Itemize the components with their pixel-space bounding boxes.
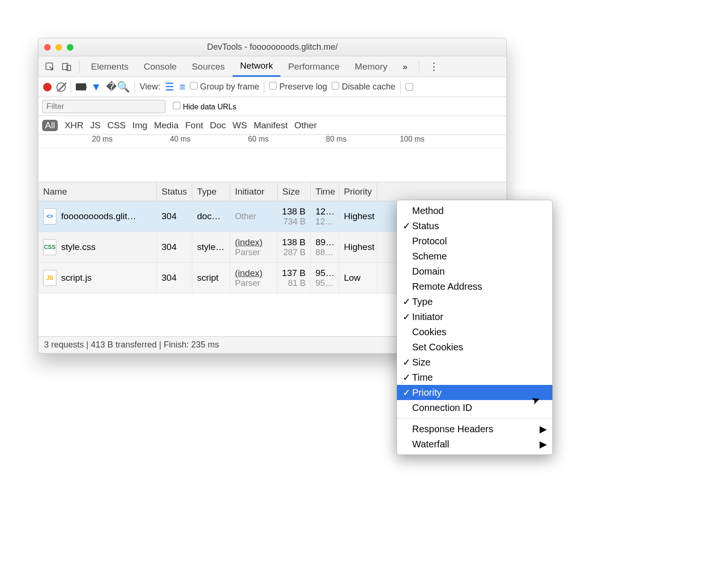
tab-sources[interactable]: Sources bbox=[184, 56, 233, 77]
tab-performance[interactable]: Performance bbox=[280, 56, 347, 77]
col-status[interactable]: Status bbox=[157, 182, 192, 201]
table-header[interactable]: NameStatusTypeInitiatorSizeTimePriority bbox=[38, 182, 506, 201]
separator bbox=[79, 61, 80, 73]
large-rows-icon[interactable]: ☰ bbox=[165, 81, 174, 93]
request-name: style.css bbox=[61, 242, 96, 252]
inspect-icon[interactable] bbox=[43, 60, 56, 73]
col-size[interactable]: Size bbox=[278, 182, 311, 201]
menu-item-cookies[interactable]: Cookies bbox=[397, 324, 552, 339]
panel-tabs: ElementsConsoleSourcesNetworkPerformance… bbox=[38, 56, 506, 77]
view-label: View: bbox=[140, 82, 161, 92]
menu-item-protocol[interactable]: Protocol bbox=[397, 233, 552, 249]
col-priority[interactable]: Priority bbox=[339, 182, 377, 201]
groupbyframe-checkbox[interactable]: Group by frame bbox=[190, 82, 259, 92]
filter-cat-font[interactable]: Font bbox=[185, 120, 203, 131]
menu-item-status[interactable]: ✓Status bbox=[397, 218, 552, 233]
column-context-menu: Method✓StatusProtocolSchemeDomainRemote … bbox=[397, 200, 553, 455]
preservelog-checkbox[interactable]: Preserve log bbox=[269, 82, 327, 92]
menu-item-method[interactable]: Method bbox=[397, 203, 552, 218]
device-icon[interactable] bbox=[60, 60, 73, 73]
offline-checkbox[interactable] bbox=[406, 83, 413, 91]
menu-item-type[interactable]: ✓Type bbox=[397, 294, 552, 309]
filter-input[interactable] bbox=[42, 100, 165, 113]
menu-item-connection-id[interactable]: Connection ID bbox=[397, 400, 552, 415]
col-initiator[interactable]: Initiator bbox=[230, 182, 278, 201]
filter-cat-doc[interactable]: Doc bbox=[210, 120, 226, 131]
menu-item-initiator[interactable]: ✓Initiator bbox=[397, 309, 552, 324]
filter-bar: Hide data URLs bbox=[38, 97, 506, 116]
col-type[interactable]: Type bbox=[192, 182, 230, 201]
disablecache-checkbox[interactable]: Disable cache bbox=[332, 82, 395, 92]
network-toolbar: ▼ �🔍 View: ☰ ≡ Group by frame Preserve l… bbox=[38, 77, 506, 97]
filter-cat-all[interactable]: All bbox=[42, 120, 58, 131]
col-name[interactable]: Name bbox=[38, 182, 157, 201]
menu-item-size[interactable]: ✓Size bbox=[397, 355, 552, 370]
filter-cats: AllXHRJSCSSImgMediaFontDocWSManifestOthe… bbox=[38, 116, 506, 135]
menu-item-set-cookies[interactable]: Set Cookies bbox=[397, 339, 552, 355]
filter-cat-xhr[interactable]: XHR bbox=[64, 120, 83, 131]
request-name: foooooooods.glit… bbox=[61, 211, 136, 222]
tab-memory[interactable]: Memory bbox=[347, 56, 395, 77]
file-icon: <> bbox=[43, 208, 56, 224]
menu-item-domain[interactable]: Domain bbox=[397, 264, 552, 279]
tabs-overflow[interactable]: » bbox=[395, 56, 415, 77]
menu-item-scheme[interactable]: Scheme bbox=[397, 249, 552, 264]
filter-cat-other[interactable]: Other bbox=[294, 120, 317, 131]
filter-cat-ws[interactable]: WS bbox=[233, 120, 247, 131]
tab-elements[interactable]: Elements bbox=[83, 56, 136, 77]
file-icon: CSS bbox=[43, 239, 56, 255]
filter-cat-img[interactable]: Img bbox=[133, 120, 148, 131]
menu-item-waterfall[interactable]: Waterfall▶ bbox=[397, 437, 552, 452]
record-button[interactable] bbox=[43, 83, 52, 91]
filter-cat-manifest[interactable]: Manifest bbox=[253, 120, 288, 131]
filter-cat-css[interactable]: CSS bbox=[107, 120, 126, 131]
menu-item-priority[interactable]: ✓Priority bbox=[397, 385, 552, 400]
menu-item-response-headers[interactable]: Response Headers▶ bbox=[397, 421, 552, 437]
overview-icon[interactable]: ≡ bbox=[179, 81, 185, 93]
filter-cat-media[interactable]: Media bbox=[154, 120, 179, 131]
file-icon: JS bbox=[43, 270, 56, 286]
filter-icon[interactable]: ▼ bbox=[91, 81, 101, 93]
menu-item-remote-address[interactable]: Remote Address bbox=[397, 279, 552, 294]
screenshot-icon[interactable] bbox=[76, 83, 86, 90]
search-icon[interactable]: �🔍 bbox=[106, 81, 130, 93]
filter-cat-js[interactable]: JS bbox=[90, 120, 100, 131]
hidedata-checkbox[interactable]: Hide data URLs bbox=[173, 102, 236, 111]
tab-console[interactable]: Console bbox=[136, 56, 184, 77]
tab-network[interactable]: Network bbox=[233, 56, 281, 77]
more-menu-icon[interactable]: ⋮ bbox=[423, 61, 445, 73]
timeline-overview[interactable]: 20 ms40 ms60 ms80 ms100 ms bbox=[38, 135, 506, 182]
menu-item-time[interactable]: ✓Time bbox=[397, 370, 552, 385]
col-time[interactable]: Time bbox=[311, 182, 339, 201]
request-name: script.js bbox=[61, 273, 91, 283]
titlebar: DevTools - foooooooods.glitch.me/ bbox=[38, 38, 506, 56]
separator bbox=[419, 61, 419, 73]
clear-icon[interactable] bbox=[56, 82, 66, 92]
window-title: DevTools - foooooooods.glitch.me/ bbox=[38, 42, 506, 52]
